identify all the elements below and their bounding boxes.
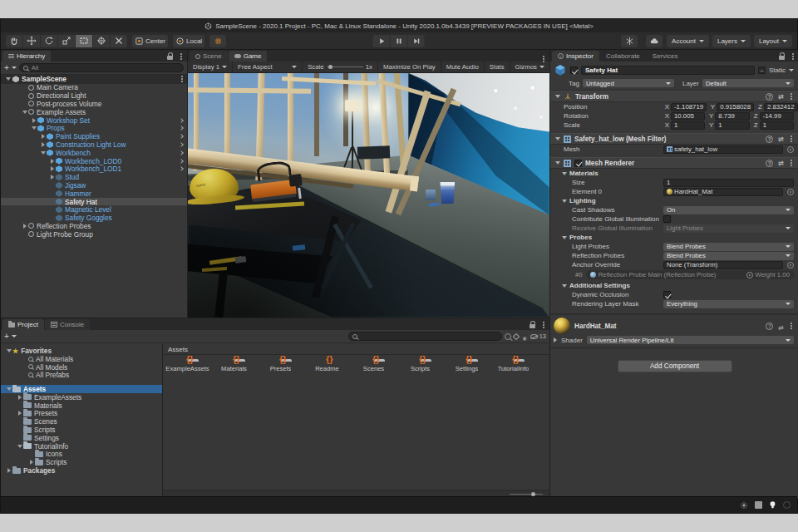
hierarchy-item[interactable]: Props	[1, 124, 187, 132]
expand-arrow[interactable]	[5, 468, 12, 473]
tab-console[interactable]: Console	[45, 319, 90, 330]
folder-tree-item[interactable]: TutorialInfo	[1, 442, 162, 451]
lightbulb-icon[interactable]	[769, 500, 776, 510]
hierarchy-item[interactable]: Post-process Volume	[1, 100, 187, 108]
expand-arrow[interactable]	[39, 151, 47, 155]
expand-arrow[interactable]	[16, 395, 23, 400]
asset-item[interactable]: Settings	[444, 362, 490, 372]
step-button[interactable]	[408, 35, 425, 47]
tab-inspector[interactable]: Inspector	[552, 51, 599, 62]
expand-arrow[interactable]	[5, 349, 12, 352]
expand-arrow[interactable]	[48, 159, 56, 164]
project-search-input[interactable]	[348, 332, 502, 341]
chevron-down-icon[interactable]	[12, 335, 17, 337]
scale-slider[interactable]: Scale1x	[303, 62, 377, 72]
asset-item[interactable]: Scenes	[351, 362, 397, 372]
bake-status-icon[interactable]	[740, 501, 748, 510]
hierarchy-item[interactable]: Workbench_LOD0	[1, 157, 187, 165]
tab-project[interactable]: Project	[2, 319, 44, 330]
object-picker-icon[interactable]	[787, 146, 794, 153]
rotation-y-field[interactable]: 8.739	[715, 112, 749, 121]
hierarchy-item[interactable]: Directional Light	[1, 91, 187, 100]
chevron-down-icon[interactable]	[12, 66, 17, 69]
favorites-item[interactable]: All Models	[1, 363, 162, 372]
aspect-dropdown[interactable]: Free Aspect	[233, 62, 303, 72]
collab-button[interactable]	[621, 35, 638, 47]
contribute-gi-checkbox[interactable]	[663, 215, 671, 223]
prefab-open-chevron[interactable]	[179, 134, 184, 139]
hierarchy-item[interactable]: Stud	[1, 173, 187, 181]
expand-arrow[interactable]	[48, 166, 56, 171]
expand-arrow[interactable]	[5, 387, 12, 391]
material-header[interactable]: HardHat_Mat Shader Universal Render Pipe…	[550, 313, 798, 348]
materials-foldout[interactable]: Materials	[550, 169, 798, 178]
presets-icon[interactable]	[778, 318, 784, 333]
mesh-filter-header[interactable]: Safety_hat_low (Mesh Filter)	[550, 133, 798, 145]
transform-header[interactable]: Transform	[550, 91, 798, 102]
create-button[interactable]: +	[4, 64, 9, 72]
prefab-open-chevron[interactable]	[179, 126, 184, 131]
tool-rotate-button[interactable]	[41, 35, 57, 47]
gameobject-name-field[interactable]: Safety Hat	[581, 66, 755, 75]
kebab-menu-icon[interactable]	[543, 324, 544, 326]
hierarchy-item[interactable]: Jigsaw	[1, 181, 187, 190]
add-component-button[interactable]: Add Component	[618, 360, 732, 372]
asset-item[interactable]: Materials	[211, 362, 257, 372]
dynamic-occlusion-checkbox[interactable]	[663, 291, 671, 298]
material-foldout-arrow[interactable]	[554, 337, 557, 342]
foldout-arrow[interactable]	[555, 137, 560, 140]
asset-item[interactable]: ExampleAssets	[165, 362, 210, 372]
kebab-menu-icon[interactable]	[791, 325, 792, 327]
account-dropdown[interactable]: Account	[667, 35, 709, 47]
hierarchy-item[interactable]: Workbench	[1, 149, 187, 157]
tab-services[interactable]: Services	[647, 51, 684, 62]
expand-arrow[interactable]	[30, 118, 37, 123]
hierarchy-item[interactable]: Safety Hat	[1, 198, 187, 206]
cast-shadows-dropdown[interactable]: On	[663, 206, 794, 214]
chevron-down-icon[interactable]	[789, 69, 794, 71]
foldout-arrow[interactable]	[555, 95, 560, 98]
help-icon[interactable]	[766, 93, 773, 101]
prefab-open-chevron[interactable]	[179, 159, 184, 164]
expand-arrow[interactable]	[4, 77, 12, 81]
tool-rect-button[interactable]	[76, 35, 92, 47]
rotation-z-field[interactable]: -14.99	[760, 112, 794, 121]
icon-size-slider[interactable]	[510, 494, 543, 495]
hierarchy-item[interactable]: Main Camera	[1, 84, 187, 92]
kebab-menu-icon[interactable]	[791, 96, 792, 97]
prefab-open-chevron[interactable]	[179, 150, 184, 155]
object-picker-icon[interactable]	[746, 272, 753, 278]
favorites-item[interactable]: All Prefabs	[1, 371, 162, 379]
label-filter-icon[interactable]	[513, 332, 520, 339]
stats-toggle[interactable]: Stats	[484, 62, 510, 72]
expand-arrow[interactable]	[48, 175, 56, 180]
hierarchy-item[interactable]: Construction Light Low	[1, 140, 187, 149]
hierarchy-item[interactable]: Reflection Probes	[1, 222, 187, 230]
folder-tree-item[interactable]: Presets	[1, 410, 162, 418]
favorites-item[interactable]: All Materials	[1, 355, 162, 363]
tool-custom-button[interactable]	[111, 35, 127, 47]
probes-foldout[interactable]: Probes	[550, 233, 798, 242]
tool-scale-button[interactable]	[58, 35, 75, 47]
hierarchy-item[interactable]: Light Probe Group	[1, 230, 187, 239]
expand-arrow[interactable]	[39, 134, 47, 139]
pivot-center-button[interactable]: Center	[132, 35, 168, 47]
hierarchy-item[interactable]: Workbench_LOD1	[1, 165, 187, 173]
scale-x-field[interactable]: 1	[671, 121, 705, 130]
help-icon[interactable]	[766, 135, 773, 143]
tool-transform-button[interactable]	[93, 35, 110, 47]
mesh-renderer-header[interactable]: Mesh Renderer	[550, 157, 798, 169]
lock-icon[interactable]	[167, 56, 173, 60]
additional-settings-foldout[interactable]: Additional Settings	[550, 281, 798, 290]
asset-item[interactable]: Presets	[258, 362, 303, 372]
position-z-field[interactable]: 2.832412	[764, 103, 798, 111]
create-asset-button[interactable]: +	[4, 332, 9, 341]
asset-item[interactable]: TutorialInfo	[490, 362, 536, 372]
scale-y-field[interactable]: 1	[715, 121, 749, 130]
mute-audio-toggle[interactable]: Mute Audio	[441, 62, 484, 72]
tab-hierarchy[interactable]: Hierarchy	[2, 51, 51, 62]
mesh-field[interactable]: safety_hat_low	[663, 145, 783, 154]
prefab-open-chevron[interactable]	[179, 118, 184, 123]
folder-tree-item[interactable]: Scenes	[1, 417, 162, 426]
folder-tree-item[interactable]: Packages	[1, 466, 162, 475]
